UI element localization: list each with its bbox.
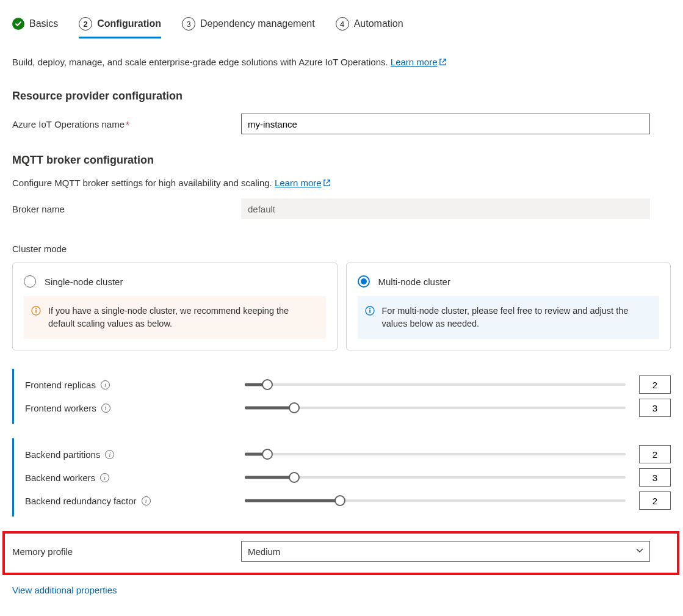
backend-workers-row: Backend workers i xyxy=(25,468,671,487)
info-icon[interactable]: i xyxy=(101,404,110,413)
tab-label: Dependency management xyxy=(200,18,315,29)
info-icon xyxy=(31,306,41,316)
mqtt-subtext: Configure MQTT broker settings for high … xyxy=(12,178,671,189)
tab-dependency-management[interactable]: 3 Dependency management xyxy=(182,12,315,38)
step-number: 2 xyxy=(79,17,92,31)
step-number: 4 xyxy=(336,17,349,31)
view-additional-properties-link[interactable]: View additional properties xyxy=(12,585,671,595)
check-icon xyxy=(12,18,24,30)
required-indicator: * xyxy=(126,119,129,129)
frontend-workers-value[interactable] xyxy=(639,399,671,417)
broker-name-row: Broker name xyxy=(12,198,671,219)
tab-automation[interactable]: 4 Automation xyxy=(336,12,403,38)
frontend-workers-label: Frontend workers xyxy=(25,403,96,413)
svg-point-4 xyxy=(369,308,370,310)
backend-redundancy-row: Backend redundancy factor i xyxy=(25,491,671,510)
info-icon[interactable]: i xyxy=(100,473,109,482)
backend-partitions-value[interactable] xyxy=(639,445,671,463)
aio-name-row: Azure IoT Operations name* xyxy=(12,114,671,134)
frontend-workers-row: Frontend workers i xyxy=(25,398,671,418)
broker-name-input xyxy=(241,198,650,219)
tab-configuration[interactable]: 2 Configuration xyxy=(79,12,161,38)
tab-label: Basics xyxy=(29,18,58,29)
mqtt-heading: MQTT broker configuration xyxy=(12,154,671,167)
step-number: 3 xyxy=(182,17,195,31)
chevron-down-icon xyxy=(635,546,644,557)
aio-name-input[interactable] xyxy=(241,114,650,134)
cluster-mode-label: Cluster mode xyxy=(12,244,671,254)
external-link-icon xyxy=(439,57,447,68)
tab-label: Automation xyxy=(354,18,403,29)
frontend-replicas-label: Frontend replicas xyxy=(25,380,96,390)
backend-redundancy-value[interactable] xyxy=(639,491,671,510)
multi-node-label: Multi-node cluster xyxy=(378,277,450,287)
memory-profile-label: Memory profile xyxy=(12,546,241,557)
single-node-label: Single-node cluster xyxy=(45,277,123,287)
svg-rect-2 xyxy=(35,310,37,313)
info-icon xyxy=(365,306,375,316)
svg-point-1 xyxy=(35,308,37,310)
info-icon[interactable]: i xyxy=(101,380,110,390)
memory-profile-row: Memory profile Medium xyxy=(2,531,679,575)
single-node-card[interactable]: Single-node cluster If you have a single… xyxy=(12,263,338,350)
learn-more-link[interactable]: Learn more xyxy=(391,57,447,67)
frontend-workers-slider[interactable] xyxy=(245,402,626,414)
frontend-replicas-value[interactable] xyxy=(639,375,671,394)
learn-more-link[interactable]: Learn more xyxy=(275,178,331,188)
broker-name-label: Broker name xyxy=(12,204,241,214)
svg-rect-5 xyxy=(369,310,370,313)
wizard-tabs: Basics 2 Configuration 3 Dependency mana… xyxy=(12,12,671,38)
backend-partitions-row: Backend partitions i xyxy=(25,444,671,464)
backend-slider-group: Backend partitions i Backend workers i B… xyxy=(12,438,671,516)
resource-provider-heading: Resource provider configuration xyxy=(12,90,671,103)
info-icon[interactable]: i xyxy=(105,450,114,459)
frontend-slider-group: Frontend replicas i Frontend workers i xyxy=(12,369,671,424)
backend-partitions-slider[interactable] xyxy=(245,448,626,460)
backend-redundancy-label: Backend redundancy factor xyxy=(25,496,137,506)
tab-basics[interactable]: Basics xyxy=(12,13,58,38)
backend-redundancy-slider[interactable] xyxy=(245,495,626,507)
multi-node-info: For multi-node cluster, please feel free… xyxy=(358,296,660,339)
backend-workers-slider[interactable] xyxy=(245,471,626,484)
frontend-replicas-row: Frontend replicas i xyxy=(25,375,671,394)
backend-partitions-label: Backend partitions xyxy=(25,449,100,460)
backend-workers-label: Backend workers xyxy=(25,473,95,483)
external-link-icon xyxy=(323,178,331,189)
radio-single-node[interactable] xyxy=(24,275,36,288)
tab-label: Configuration xyxy=(97,18,161,29)
cluster-mode-options: Single-node cluster If you have a single… xyxy=(12,263,671,350)
radio-multi-node[interactable] xyxy=(358,275,370,288)
multi-node-card[interactable]: Multi-node cluster For multi-node cluste… xyxy=(346,263,671,350)
intro-text: Build, deploy, manage, and scale enterpr… xyxy=(12,57,671,68)
info-icon[interactable]: i xyxy=(142,496,151,505)
frontend-replicas-slider[interactable] xyxy=(245,379,626,391)
memory-profile-select[interactable]: Medium xyxy=(241,541,650,562)
aio-name-label: Azure IoT Operations name* xyxy=(12,119,241,129)
single-node-info: If you have a single-node cluster, we re… xyxy=(24,296,326,339)
backend-workers-value[interactable] xyxy=(639,468,671,487)
